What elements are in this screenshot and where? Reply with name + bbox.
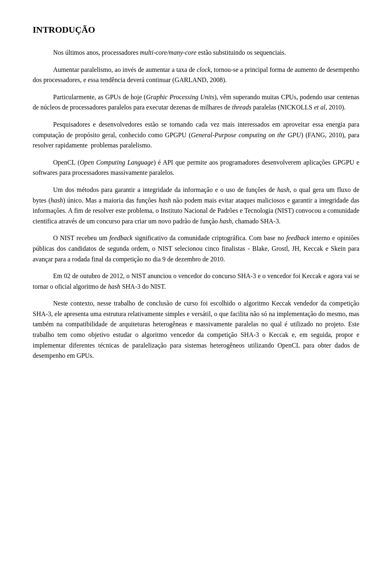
- paragraph-2: Aumentar paralelismo, ao invés de aument…: [33, 65, 359, 85]
- paragraph-5: OpenCL (Open Computing Language) é API q…: [33, 157, 359, 178]
- paragraph-9: Neste contexto, nesse trabalho de conclu…: [33, 298, 359, 361]
- paragraph-3: Particularmente, as GPUs de hoje (Graphi…: [33, 92, 359, 113]
- page: INTRODUÇÃO Nos últimos anos, processador…: [0, 0, 392, 584]
- paragraph-1: Nos últimos anos, processadores multi-co…: [33, 47, 359, 58]
- main-content: Nos últimos anos, processadores multi-co…: [33, 47, 359, 361]
- paragraph-4: Pesquisadores e desenvolvedores estão se…: [33, 119, 359, 151]
- chapter-title: INTRODUÇÃO: [33, 25, 359, 35]
- paragraph-7: O NIST recebeu um feedback significativo…: [33, 233, 359, 264]
- paragraph-8: Em 02 de outubro de 2012, o NIST anuncio…: [33, 271, 359, 292]
- paragraph-6: Um dos métodos para garantir a integrida…: [33, 185, 359, 226]
